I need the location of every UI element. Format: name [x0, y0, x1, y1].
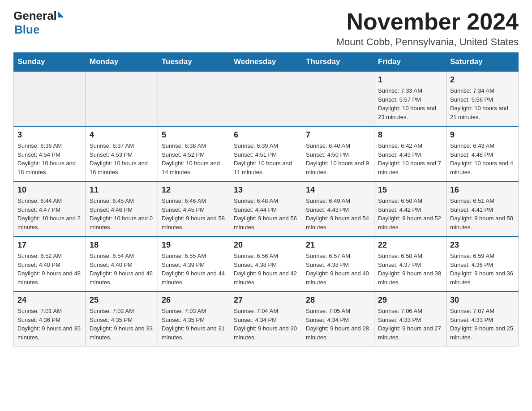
day-info: Sunrise: 7:33 AM Sunset: 5:57 PM Dayligh… — [378, 87, 436, 120]
calendar-header-monday: Monday — [86, 53, 158, 72]
day-number: 15 — [378, 185, 442, 195]
day-number: 17 — [17, 240, 82, 250]
day-info: Sunrise: 7:05 AM Sunset: 4:34 PM Dayligh… — [306, 308, 369, 341]
day-number: 30 — [450, 295, 515, 305]
calendar-cell: 22Sunrise: 6:58 AM Sunset: 4:37 PM Dayli… — [374, 236, 446, 291]
day-info: Sunrise: 6:56 AM Sunset: 4:38 PM Dayligh… — [234, 253, 297, 286]
location-title: Mount Cobb, Pennsylvania, United States — [336, 36, 519, 48]
logo-triangle-icon — [58, 11, 64, 17]
calendar-week-row: 24Sunrise: 7:01 AM Sunset: 4:36 PM Dayli… — [14, 291, 519, 347]
calendar-cell: 13Sunrise: 6:48 AM Sunset: 4:44 PM Dayli… — [230, 181, 302, 236]
day-number: 29 — [378, 295, 442, 305]
day-number: 6 — [234, 130, 298, 140]
day-number: 14 — [306, 185, 370, 195]
calendar-cell: 28Sunrise: 7:05 AM Sunset: 4:34 PM Dayli… — [302, 291, 374, 347]
title-section: November 2024 Mount Cobb, Pennsylvania, … — [336, 9, 519, 48]
day-info: Sunrise: 6:45 AM Sunset: 4:46 PM Dayligh… — [90, 197, 153, 231]
calendar-cell: 20Sunrise: 6:56 AM Sunset: 4:38 PM Dayli… — [230, 236, 302, 291]
day-number: 21 — [306, 240, 370, 250]
calendar-cell: 5Sunrise: 6:38 AM Sunset: 4:52 PM Daylig… — [158, 126, 230, 181]
day-info: Sunrise: 6:57 AM Sunset: 4:38 PM Dayligh… — [306, 253, 369, 286]
day-number: 11 — [90, 185, 154, 195]
day-number: 8 — [378, 130, 442, 140]
logo-blue: Blue — [14, 23, 39, 37]
calendar-cell: 17Sunrise: 6:52 AM Sunset: 4:40 PM Dayli… — [14, 236, 86, 291]
day-info: Sunrise: 6:55 AM Sunset: 4:39 PM Dayligh… — [162, 253, 225, 286]
day-number: 13 — [234, 185, 298, 195]
calendar-week-row: 1Sunrise: 7:33 AM Sunset: 5:57 PM Daylig… — [14, 71, 519, 126]
month-title: November 2024 — [336, 9, 519, 34]
day-number: 27 — [234, 295, 298, 305]
calendar-table: SundayMondayTuesdayWednesdayThursdayFrid… — [13, 52, 519, 347]
calendar-week-row: 17Sunrise: 6:52 AM Sunset: 4:40 PM Dayli… — [14, 236, 519, 291]
day-number: 16 — [450, 185, 515, 195]
calendar-cell: 10Sunrise: 6:44 AM Sunset: 4:47 PM Dayli… — [14, 181, 86, 236]
calendar-week-row: 10Sunrise: 6:44 AM Sunset: 4:47 PM Dayli… — [14, 181, 519, 236]
calendar-cell: 26Sunrise: 7:03 AM Sunset: 4:35 PM Dayli… — [158, 291, 230, 347]
day-info: Sunrise: 7:07 AM Sunset: 4:33 PM Dayligh… — [450, 308, 513, 341]
calendar-cell — [230, 71, 302, 126]
day-info: Sunrise: 6:36 AM Sunset: 4:54 PM Dayligh… — [17, 142, 76, 176]
calendar-cell: 1Sunrise: 7:33 AM Sunset: 5:57 PM Daylig… — [374, 71, 446, 126]
day-info: Sunrise: 6:58 AM Sunset: 4:37 PM Dayligh… — [378, 253, 441, 286]
day-info: Sunrise: 6:51 AM Sunset: 4:41 PM Dayligh… — [450, 197, 513, 231]
calendar-header-wednesday: Wednesday — [230, 53, 302, 72]
calendar-cell: 21Sunrise: 6:57 AM Sunset: 4:38 PM Dayli… — [302, 236, 374, 291]
day-info: Sunrise: 6:42 AM Sunset: 4:49 PM Dayligh… — [378, 142, 441, 176]
day-number: 18 — [90, 240, 154, 250]
day-number: 22 — [378, 240, 442, 250]
day-info: Sunrise: 6:44 AM Sunset: 4:47 PM Dayligh… — [17, 197, 81, 231]
day-number: 24 — [17, 295, 82, 305]
day-info: Sunrise: 6:50 AM Sunset: 4:42 PM Dayligh… — [378, 197, 441, 231]
calendar-cell: 19Sunrise: 6:55 AM Sunset: 4:39 PM Dayli… — [158, 236, 230, 291]
calendar-cell: 15Sunrise: 6:50 AM Sunset: 4:42 PM Dayli… — [374, 181, 446, 236]
day-info: Sunrise: 6:38 AM Sunset: 4:52 PM Dayligh… — [162, 142, 220, 176]
calendar-cell: 14Sunrise: 6:49 AM Sunset: 4:43 PM Dayli… — [302, 181, 374, 236]
day-number: 1 — [378, 75, 442, 85]
calendar-header-friday: Friday — [374, 53, 446, 72]
calendar-cell: 29Sunrise: 7:06 AM Sunset: 4:33 PM Dayli… — [374, 291, 446, 347]
calendar-cell: 7Sunrise: 6:40 AM Sunset: 4:50 PM Daylig… — [302, 126, 374, 181]
day-info: Sunrise: 6:43 AM Sunset: 4:48 PM Dayligh… — [450, 142, 513, 176]
day-info: Sunrise: 6:48 AM Sunset: 4:44 PM Dayligh… — [234, 197, 297, 231]
day-info: Sunrise: 7:01 AM Sunset: 4:36 PM Dayligh… — [17, 308, 81, 341]
day-number: 25 — [90, 295, 154, 305]
day-number: 10 — [17, 185, 82, 195]
calendar-cell: 9Sunrise: 6:43 AM Sunset: 4:48 PM Daylig… — [446, 126, 519, 181]
calendar-cell — [86, 71, 158, 126]
day-number: 20 — [234, 240, 298, 250]
day-info: Sunrise: 7:34 AM Sunset: 5:56 PM Dayligh… — [450, 87, 508, 120]
calendar-header-sunday: Sunday — [14, 53, 86, 72]
calendar-cell: 23Sunrise: 6:59 AM Sunset: 4:36 PM Dayli… — [446, 236, 519, 291]
logo-general: General — [13, 9, 57, 23]
day-number: 28 — [306, 295, 370, 305]
page-header: General Blue November 2024 Mount Cobb, P… — [13, 9, 519, 48]
day-info: Sunrise: 7:06 AM Sunset: 4:33 PM Dayligh… — [378, 308, 441, 341]
day-number: 12 — [162, 185, 226, 195]
day-number: 3 — [17, 130, 82, 140]
day-info: Sunrise: 7:02 AM Sunset: 4:35 PM Dayligh… — [90, 308, 153, 341]
day-info: Sunrise: 6:40 AM Sunset: 4:50 PM Dayligh… — [306, 142, 369, 176]
calendar-cell: 11Sunrise: 6:45 AM Sunset: 4:46 PM Dayli… — [86, 181, 158, 236]
calendar-cell: 30Sunrise: 7:07 AM Sunset: 4:33 PM Dayli… — [446, 291, 519, 347]
day-info: Sunrise: 6:37 AM Sunset: 4:53 PM Dayligh… — [90, 142, 148, 176]
calendar-cell: 8Sunrise: 6:42 AM Sunset: 4:49 PM Daylig… — [374, 126, 446, 181]
day-number: 2 — [450, 75, 515, 85]
day-number: 9 — [450, 130, 515, 140]
day-number: 5 — [162, 130, 226, 140]
calendar-cell — [14, 71, 86, 126]
calendar-header-tuesday: Tuesday — [158, 53, 230, 72]
day-number: 7 — [306, 130, 370, 140]
day-info: Sunrise: 6:39 AM Sunset: 4:51 PM Dayligh… — [234, 142, 292, 176]
calendar-cell: 6Sunrise: 6:39 AM Sunset: 4:51 PM Daylig… — [230, 126, 302, 181]
calendar-cell: 12Sunrise: 6:46 AM Sunset: 4:45 PM Dayli… — [158, 181, 230, 236]
calendar-cell: 24Sunrise: 7:01 AM Sunset: 4:36 PM Dayli… — [14, 291, 86, 347]
day-info: Sunrise: 6:49 AM Sunset: 4:43 PM Dayligh… — [306, 197, 369, 231]
day-number: 23 — [450, 240, 515, 250]
day-info: Sunrise: 6:52 AM Sunset: 4:40 PM Dayligh… — [17, 253, 81, 286]
calendar-header-saturday: Saturday — [446, 53, 519, 72]
calendar-cell: 2Sunrise: 7:34 AM Sunset: 5:56 PM Daylig… — [446, 71, 519, 126]
day-info: Sunrise: 7:04 AM Sunset: 4:34 PM Dayligh… — [234, 308, 297, 341]
day-info: Sunrise: 6:54 AM Sunset: 4:40 PM Dayligh… — [90, 253, 153, 286]
calendar-cell: 25Sunrise: 7:02 AM Sunset: 4:35 PM Dayli… — [86, 291, 158, 347]
